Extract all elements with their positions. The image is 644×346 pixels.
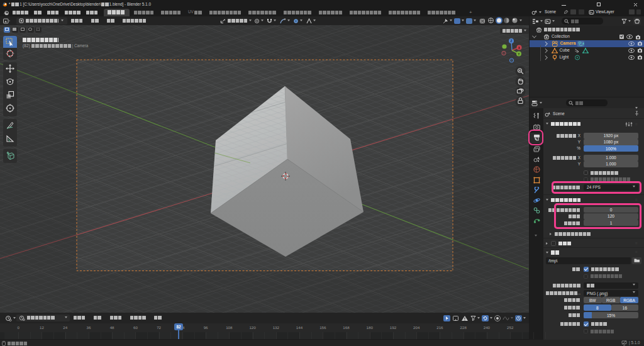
svg-text:Z: Z [510, 39, 512, 43]
